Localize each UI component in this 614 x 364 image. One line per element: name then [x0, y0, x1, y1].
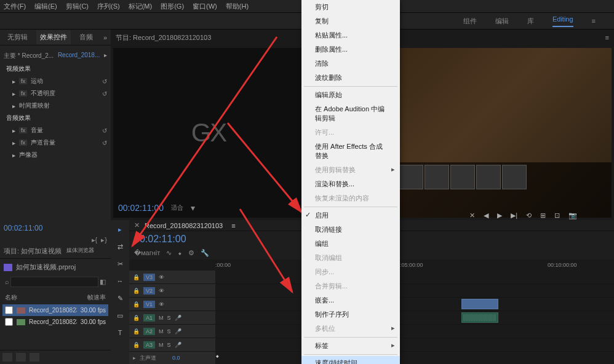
effect-motion[interactable]: ▸fx运动↺ — [4, 75, 107, 87]
filter-icon[interactable]: ◧ — [98, 277, 107, 287]
panel-menu-icon[interactable]: ≡ — [605, 34, 609, 41]
marker-icon[interactable]: ⬥ — [178, 249, 182, 257]
search-input[interactable] — [10, 277, 98, 287]
tab-audio[interactable]: 音频 — [76, 30, 97, 44]
step-fwd-button[interactable]: ▶| — [511, 212, 517, 220]
overwrite-button[interactable]: ▸} — [101, 236, 107, 244]
context-menu-item[interactable]: 波纹删除 — [301, 71, 400, 85]
context-menu-item[interactable]: 删除属性... — [301, 42, 400, 57]
lock-icon[interactable]: 🔒 — [133, 274, 140, 280]
lock-icon[interactable]: 🔒 — [133, 342, 140, 348]
effect-target-label[interactable]: Record_2018... — [58, 52, 100, 60]
menu-graphics[interactable]: 图形(G) — [161, 2, 184, 11]
track-header-v3[interactable]: 🔒V3👁 — [129, 271, 215, 283]
selection-tool[interactable]: ▸ — [114, 224, 126, 235]
timeline-ruler[interactable]: :00:00 00:05:00:00 00:10:00:00 00:15:00:… — [215, 259, 614, 271]
step-back-button[interactable]: ◀ — [484, 212, 488, 220]
safe-margins-button[interactable]: ⊞ — [540, 212, 546, 220]
context-menu-item[interactable]: 标签 — [301, 339, 400, 353]
track-header-master[interactable]: ▸主声道0.0 — [129, 352, 215, 364]
reset-icon[interactable]: ↺ — [102, 90, 107, 97]
tab-media-browser[interactable]: 媒体浏览器 — [66, 247, 94, 256]
col-fps[interactable]: 帧速率 — [87, 293, 106, 302]
track-a1[interactable] — [215, 311, 614, 324]
context-menu-item[interactable]: 复制 — [301, 14, 400, 28]
tab-noclip[interactable]: 无剪辑 — [4, 30, 31, 44]
context-menu-item[interactable]: 剪切 — [301, 0, 400, 14]
insert-button[interactable]: ▸{ — [92, 236, 98, 244]
track-v2[interactable] — [215, 284, 614, 297]
track-header-a2[interactable]: 🔒A2MS🎤 — [129, 325, 215, 338]
context-menu-item[interactable]: 使用 After Effects 合成替换 — [301, 140, 400, 163]
track-master[interactable]: ⬥ — [215, 352, 614, 364]
snap-icon[interactable]: �магніт — [134, 249, 160, 257]
track-header-v2[interactable]: 🔒V2👁 — [129, 284, 215, 297]
lock-icon[interactable]: 🔒 — [133, 328, 140, 334]
settings-icon[interactable]: ⚙ — [188, 249, 194, 257]
eye-icon[interactable]: 👁 — [159, 301, 164, 307]
fit-dropdown[interactable]: 适合 — [171, 204, 183, 212]
icon-view-button[interactable] — [16, 353, 26, 362]
menu-help[interactable]: 帮助(H) — [226, 2, 249, 11]
context-menu-item[interactable]: 在 Adobe Audition 中编辑剪辑 — [301, 102, 400, 125]
menu-window[interactable]: 窗口(W) — [193, 2, 217, 11]
track-select-tool[interactable]: ⇄ — [114, 241, 126, 252]
reset-icon[interactable]: ↺ — [102, 140, 107, 146]
mark-in-button[interactable]: ✕ — [469, 212, 475, 220]
eye-icon[interactable]: 👁 — [159, 274, 164, 280]
context-menu-item[interactable]: 编组 — [301, 237, 400, 251]
ws-tab-editing[interactable]: Editing — [552, 15, 573, 27]
type-tool[interactable]: T — [114, 327, 126, 338]
ws-tab-component[interactable]: 组件 — [463, 17, 477, 26]
track-v3[interactable] — [215, 271, 614, 283]
tab-project[interactable]: 项目: 如何加速视频 — [4, 247, 62, 256]
track-a2[interactable] — [215, 325, 614, 338]
video-clip[interactable] — [461, 299, 498, 309]
project-item[interactable]: Record_20180823120103 30.00 fps — [2, 304, 108, 316]
track-header-v1[interactable]: 🔒V1👁 — [129, 298, 215, 311]
ws-menu-icon[interactable]: ≡ — [592, 17, 596, 25]
mic-icon[interactable]: 🎤 — [175, 328, 181, 334]
ws-tab-library[interactable]: 库 — [527, 17, 534, 26]
source-monitor-viewport[interactable]: GX 00:02:11:00 适合 ▾ — [113, 48, 304, 218]
play-button[interactable]: ▶ — [497, 212, 502, 220]
menu-marker[interactable]: 标记(M) — [129, 2, 153, 11]
menu-file[interactable]: 文件(F) — [4, 2, 26, 11]
effect-opacity[interactable]: ▸fx不透明度↺ — [4, 87, 107, 100]
tab-effect-controls[interactable]: 效果控件 — [36, 30, 71, 44]
menu-sequence[interactable]: 序列(S) — [97, 2, 120, 11]
freeform-view-button[interactable] — [30, 353, 39, 362]
track-header-a1[interactable]: 🔒A1MS🎤 — [129, 311, 215, 324]
hand-tool[interactable]: ▭ — [114, 310, 126, 321]
mic-icon[interactable]: 🎤 — [175, 315, 181, 321]
pen-tool[interactable]: ✎ — [114, 293, 126, 304]
context-menu-item[interactable]: 粘贴属性... — [301, 28, 400, 42]
menu-edit[interactable]: 编辑(E) — [34, 2, 57, 11]
track-a3[interactable] — [215, 338, 614, 351]
reset-icon[interactable]: ↺ — [102, 78, 107, 85]
col-name[interactable]: 名称 — [5, 293, 87, 302]
slip-tool[interactable]: ↔ — [114, 275, 126, 287]
project-item[interactable]: Record_20180823120103.m 30.00 fps — [2, 316, 108, 328]
source-timecode[interactable]: 00:02:11:00 — [118, 203, 164, 213]
timeline-timecode[interactable]: 00:02:11:00 — [134, 234, 186, 245]
context-menu-item[interactable]: 速度/持续时间... — [301, 356, 400, 364]
context-menu-item[interactable]: 制作子序列 — [301, 307, 400, 322]
chevron-right-icon[interactable]: ▸ — [104, 52, 107, 60]
audio-clip[interactable] — [461, 312, 498, 323]
timeline-tab[interactable]: Record_20180823120103 — [145, 222, 223, 229]
close-icon[interactable]: ✕ — [134, 221, 140, 229]
item-checkbox[interactable] — [5, 318, 13, 326]
lock-icon[interactable]: 🔒 — [133, 288, 140, 294]
panel-menu-icon[interactable]: » — [103, 34, 107, 41]
program-tab[interactable]: 节目: Record_20180823120103 — [116, 33, 211, 42]
track-v1[interactable]: fx Record_201808231201 Rec — [215, 298, 614, 311]
video-effects-group[interactable]: 视频效果 — [4, 63, 107, 75]
link-icon[interactable]: ∿ — [166, 249, 172, 257]
track-header-a3[interactable]: 🔒A3MS🎤 — [129, 338, 215, 351]
effect-volume[interactable]: ▸fx音量↺ — [4, 124, 107, 136]
context-menu-item[interactable]: 取消链接 — [301, 223, 400, 237]
context-menu-item[interactable]: 编辑原始 — [301, 88, 400, 102]
export-frame-button[interactable]: ⊡ — [554, 212, 560, 220]
snapshot-button[interactable]: 📷 — [568, 212, 577, 220]
